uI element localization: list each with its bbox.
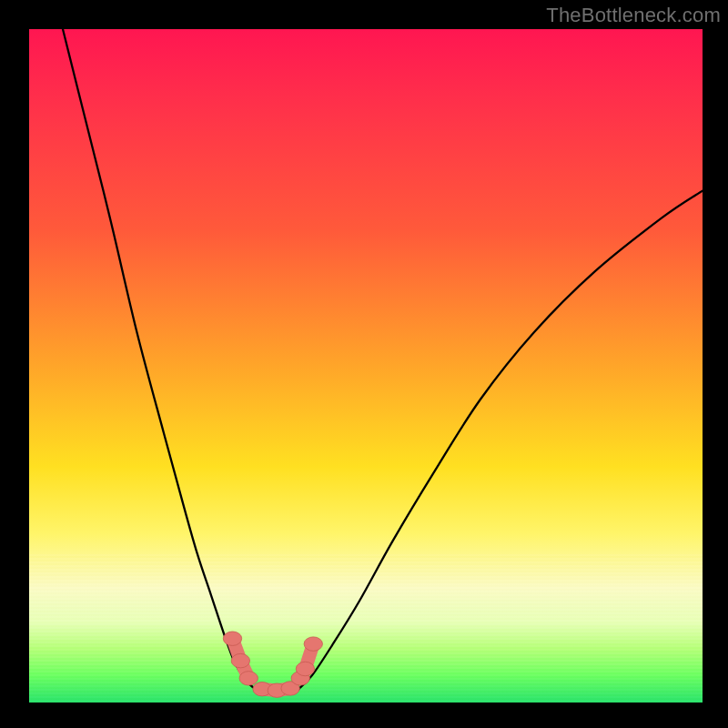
curve-layer: [29, 29, 703, 703]
marker-cluster: [223, 632, 322, 697]
curve-path: [63, 29, 703, 691]
marker-dot: [296, 662, 314, 675]
watermark-text: TheBottleneck.com: [546, 4, 721, 27]
plot-area: [29, 29, 703, 703]
bottleneck-curve: [63, 29, 703, 691]
marker-dot: [231, 653, 249, 667]
marker-dot: [223, 632, 241, 645]
marker-dot: [239, 672, 258, 685]
marker-dot: [304, 637, 322, 651]
chart-frame: TheBottleneck.com: [0, 0, 728, 728]
